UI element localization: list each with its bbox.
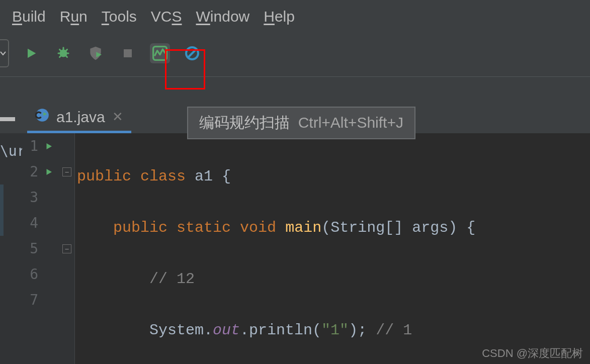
run-gutter-icon[interactable] — [44, 167, 53, 176]
tab-filename: a1.java — [56, 109, 105, 126]
code-area[interactable]: public class a1 { public static void mai… — [75, 133, 590, 364]
menu-tools[interactable]: Tools — [102, 8, 137, 25]
close-tab-icon[interactable]: ✕ — [112, 109, 123, 125]
menu-help[interactable]: Help — [264, 8, 295, 25]
gutter-row[interactable]: 7 — [22, 287, 74, 313]
gutter-row[interactable]: 5 − — [22, 236, 74, 261]
menu-window[interactable]: Window — [196, 8, 250, 25]
stop-button[interactable] — [118, 43, 138, 63]
debug-button[interactable] — [53, 43, 73, 63]
gutter-row[interactable]: 3 — [22, 185, 74, 210]
code-scan-button[interactable] — [150, 43, 170, 63]
fold-minus-icon[interactable]: − — [62, 244, 71, 253]
toolbar — [0, 36, 590, 77]
svg-point-5 — [36, 109, 49, 122]
svg-rect-1 — [124, 49, 132, 57]
menu-build[interactable]: Build — [12, 8, 46, 25]
run-coverage-button[interactable] — [86, 43, 106, 63]
gutter-row[interactable]: 6 — [22, 261, 74, 287]
menubar: Build Run Tools VCS Window Help — [0, 0, 590, 36]
tooltip-shortcut: Ctrl+Alt+Shift+J — [298, 114, 403, 131]
tooltip-label: 编码规约扫描 — [199, 114, 290, 131]
run-gutter-icon[interactable] — [44, 142, 53, 151]
run-button[interactable] — [21, 43, 41, 63]
breadcrumb-stub: \ur — [0, 133, 22, 364]
run-config-dropdown[interactable] — [0, 39, 9, 67]
fold-minus-icon[interactable]: − — [62, 167, 71, 176]
editor-tab-a1[interactable]: a1.java ✕ — [27, 105, 131, 133]
java-class-icon — [35, 108, 49, 126]
gutter-row[interactable]: 4 — [22, 210, 74, 236]
menu-run[interactable]: Run — [60, 8, 88, 25]
menu-vcs[interactable]: VCS — [151, 8, 182, 25]
svg-line-4 — [188, 49, 196, 57]
gutter-row[interactable]: 1 — [22, 133, 74, 159]
tooltip: 编码规约扫描 Ctrl+Alt+Shift+J — [187, 107, 415, 139]
gutter: 1 2 − 3 4 5 − 6 7 — [22, 133, 75, 364]
gutter-row[interactable]: 2 − — [22, 159, 74, 185]
watermark: CSDN @深度匹配树 — [482, 346, 583, 361]
editor: \ur 1 2 − 3 4 5 − 6 7 public class a1 { … — [0, 133, 590, 364]
no-entry-icon[interactable] — [182, 43, 202, 63]
minimize-handle[interactable] — [0, 117, 15, 121]
